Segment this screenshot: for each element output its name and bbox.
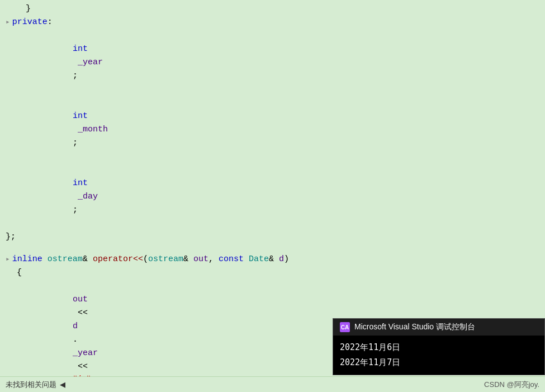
code-line-brace-open1: { bbox=[0, 266, 545, 280]
console-output: 2022年11月6日 2022年11月7日 bbox=[333, 336, 544, 375]
code-editor: } ▸ private: int _year ; int _month ; bbox=[0, 0, 545, 392]
code-line-month: int _month ; bbox=[0, 96, 545, 163]
console-output-line2: 2022年11月7日 bbox=[340, 355, 538, 370]
code-line-empty bbox=[0, 244, 545, 253]
code-line: } bbox=[0, 2, 545, 16]
code-line-year: int _year ; bbox=[0, 29, 545, 96]
gutter-icon: ▸ bbox=[6, 254, 10, 266]
gutter-icon: ▸ bbox=[6, 17, 10, 29]
bottom-bar: 未找到相关问题 ◀ CSDN @阿亮joy. bbox=[0, 376, 545, 392]
console-popup: CA Microsoft Visual Studio 调试控制台 2022年11… bbox=[333, 318, 545, 375]
code-line-operator: ▸ inline ostream & operator<< ( ostream … bbox=[0, 253, 545, 266]
code-line-class-end: }; bbox=[0, 230, 545, 244]
console-title-bar: CA Microsoft Visual Studio 调试控制台 bbox=[333, 319, 544, 336]
bottom-bar-text: 未找到相关问题 bbox=[6, 380, 56, 389]
console-output-line1: 2022年11月6日 bbox=[340, 340, 538, 355]
code-line-day: int _day ; bbox=[0, 163, 545, 230]
vs-icon: CA bbox=[340, 322, 350, 332]
bottom-bar-status: 未找到相关问题 ◀ bbox=[6, 380, 67, 390]
scroll-arrow-icon[interactable]: ◀ bbox=[59, 380, 67, 389]
code-line-private: ▸ private: bbox=[0, 16, 545, 29]
bottom-bar-credit: CSDN @阿亮joy. bbox=[484, 380, 539, 390]
console-title: Microsoft Visual Studio 调试控制台 bbox=[354, 322, 475, 332]
